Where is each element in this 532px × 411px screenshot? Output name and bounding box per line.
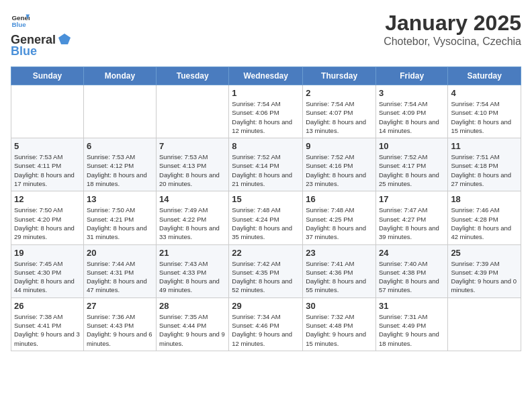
calendar-subtitle: Chotebor, Vysocina, Czechia	[384, 36, 521, 48]
day-info: Sunrise: 7:35 AM Sunset: 4:44 PM Dayligh…	[159, 312, 226, 348]
calendar-cell: 7Sunrise: 7:53 AM Sunset: 4:13 PM Daylig…	[157, 138, 229, 191]
calendar-cell: 11Sunrise: 7:51 AM Sunset: 4:18 PM Dayli…	[448, 138, 521, 191]
day-number: 22	[232, 248, 300, 258]
day-info: Sunrise: 7:54 AM Sunset: 4:06 PM Dayligh…	[232, 99, 300, 135]
calendar-cell	[11, 85, 84, 138]
calendar-week-row: 26Sunrise: 7:38 AM Sunset: 4:41 PM Dayli…	[11, 298, 521, 351]
day-number: 2	[306, 88, 373, 98]
day-info: Sunrise: 7:49 AM Sunset: 4:22 PM Dayligh…	[159, 205, 226, 241]
weekday-header-thursday: Thursday	[303, 67, 376, 85]
weekday-header-saturday: Saturday	[448, 67, 521, 85]
logo-flag-icon	[57, 32, 72, 47]
day-number: 28	[159, 301, 226, 311]
calendar-cell: 22Sunrise: 7:42 AM Sunset: 4:35 PM Dayli…	[229, 244, 303, 298]
calendar-cell	[157, 85, 229, 138]
day-number: 24	[379, 248, 445, 258]
calendar-cell: 4Sunrise: 7:54 AM Sunset: 4:10 PM Daylig…	[448, 85, 521, 138]
calendar-cell: 19Sunrise: 7:45 AM Sunset: 4:30 PM Dayli…	[11, 244, 84, 298]
day-info: Sunrise: 7:42 AM Sunset: 4:35 PM Dayligh…	[232, 259, 300, 295]
day-number: 14	[159, 194, 226, 204]
day-info: Sunrise: 7:52 AM Sunset: 4:17 PM Dayligh…	[379, 152, 445, 188]
weekday-header-friday: Friday	[375, 67, 447, 85]
weekday-header-tuesday: Tuesday	[157, 67, 229, 85]
calendar-week-row: 12Sunrise: 7:50 AM Sunset: 4:20 PM Dayli…	[11, 191, 521, 244]
title-block: January 2025 Chotebor, Vysocina, Czechia	[384, 11, 521, 48]
day-info: Sunrise: 7:44 AM Sunset: 4:31 PM Dayligh…	[87, 259, 153, 295]
day-number: 16	[306, 194, 373, 204]
day-info: Sunrise: 7:48 AM Sunset: 4:25 PM Dayligh…	[306, 205, 373, 241]
logo: General Blue General Blue	[11, 11, 72, 58]
weekday-header-sunday: Sunday	[11, 67, 84, 85]
day-info: Sunrise: 7:34 AM Sunset: 4:46 PM Dayligh…	[232, 312, 300, 348]
day-info: Sunrise: 7:50 AM Sunset: 4:20 PM Dayligh…	[14, 205, 81, 241]
svg-text:Blue: Blue	[11, 21, 26, 28]
day-number: 23	[306, 248, 373, 258]
day-number: 29	[232, 301, 300, 311]
day-number: 5	[14, 141, 81, 151]
day-number: 1	[232, 88, 300, 98]
day-number: 20	[87, 248, 153, 258]
day-info: Sunrise: 7:52 AM Sunset: 4:14 PM Dayligh…	[232, 152, 300, 188]
day-info: Sunrise: 7:43 AM Sunset: 4:33 PM Dayligh…	[159, 259, 226, 295]
day-info: Sunrise: 7:53 AM Sunset: 4:12 PM Dayligh…	[87, 152, 153, 188]
calendar-cell: 21Sunrise: 7:43 AM Sunset: 4:33 PM Dayli…	[157, 244, 229, 298]
day-number: 7	[159, 141, 226, 151]
day-number: 30	[306, 301, 373, 311]
day-number: 25	[451, 248, 518, 258]
calendar-cell: 13Sunrise: 7:50 AM Sunset: 4:21 PM Dayli…	[83, 191, 156, 244]
day-info: Sunrise: 7:54 AM Sunset: 4:07 PM Dayligh…	[306, 99, 373, 135]
day-number: 27	[87, 301, 153, 311]
day-number: 4	[451, 88, 518, 98]
calendar-cell: 15Sunrise: 7:48 AM Sunset: 4:24 PM Dayli…	[229, 191, 303, 244]
day-number: 21	[159, 248, 226, 258]
day-number: 18	[451, 194, 518, 204]
calendar-cell: 14Sunrise: 7:49 AM Sunset: 4:22 PM Dayli…	[157, 191, 229, 244]
calendar-cell: 25Sunrise: 7:39 AM Sunset: 4:39 PM Dayli…	[448, 244, 521, 298]
calendar-cell: 3Sunrise: 7:54 AM Sunset: 4:09 PM Daylig…	[375, 85, 447, 138]
calendar-cell: 18Sunrise: 7:46 AM Sunset: 4:28 PM Dayli…	[448, 191, 521, 244]
day-info: Sunrise: 7:41 AM Sunset: 4:36 PM Dayligh…	[306, 259, 373, 295]
calendar-week-row: 19Sunrise: 7:45 AM Sunset: 4:30 PM Dayli…	[11, 244, 521, 298]
calendar-cell: 5Sunrise: 7:53 AM Sunset: 4:11 PM Daylig…	[11, 138, 84, 191]
day-info: Sunrise: 7:40 AM Sunset: 4:38 PM Dayligh…	[379, 259, 445, 295]
svg-marker-3	[58, 34, 71, 44]
calendar-cell: 29Sunrise: 7:34 AM Sunset: 4:46 PM Dayli…	[229, 298, 303, 351]
calendar-cell	[448, 298, 521, 351]
logo-icon: General Blue	[11, 11, 30, 30]
day-number: 6	[87, 141, 153, 151]
day-info: Sunrise: 7:31 AM Sunset: 4:49 PM Dayligh…	[379, 312, 445, 348]
calendar-cell: 12Sunrise: 7:50 AM Sunset: 4:20 PM Dayli…	[11, 191, 84, 244]
day-number: 12	[14, 194, 81, 204]
day-info: Sunrise: 7:39 AM Sunset: 4:39 PM Dayligh…	[451, 259, 518, 295]
day-number: 19	[14, 248, 81, 258]
day-number: 17	[379, 194, 445, 204]
day-number: 11	[451, 141, 518, 151]
calendar-cell: 27Sunrise: 7:36 AM Sunset: 4:43 PM Dayli…	[83, 298, 156, 351]
calendar-cell: 1Sunrise: 7:54 AM Sunset: 4:06 PM Daylig…	[229, 85, 303, 138]
calendar-cell	[83, 85, 156, 138]
day-number: 31	[379, 301, 445, 311]
day-info: Sunrise: 7:53 AM Sunset: 4:11 PM Dayligh…	[14, 152, 81, 188]
calendar-week-row: 1Sunrise: 7:54 AM Sunset: 4:06 PM Daylig…	[11, 85, 521, 138]
calendar-cell: 2Sunrise: 7:54 AM Sunset: 4:07 PM Daylig…	[303, 85, 376, 138]
day-info: Sunrise: 7:50 AM Sunset: 4:21 PM Dayligh…	[87, 205, 153, 241]
page-header: General Blue General Blue January 2025 C…	[11, 11, 521, 58]
calendar-cell: 10Sunrise: 7:52 AM Sunset: 4:17 PM Dayli…	[375, 138, 447, 191]
day-info: Sunrise: 7:46 AM Sunset: 4:28 PM Dayligh…	[451, 205, 518, 241]
calendar-cell: 31Sunrise: 7:31 AM Sunset: 4:49 PM Dayli…	[375, 298, 447, 351]
calendar-cell: 26Sunrise: 7:38 AM Sunset: 4:41 PM Dayli…	[11, 298, 84, 351]
calendar-cell: 20Sunrise: 7:44 AM Sunset: 4:31 PM Dayli…	[83, 244, 156, 298]
day-number: 13	[87, 194, 153, 204]
calendar-cell: 28Sunrise: 7:35 AM Sunset: 4:44 PM Dayli…	[157, 298, 229, 351]
calendar-cell: 17Sunrise: 7:47 AM Sunset: 4:27 PM Dayli…	[375, 191, 447, 244]
day-info: Sunrise: 7:53 AM Sunset: 4:13 PM Dayligh…	[159, 152, 226, 188]
day-info: Sunrise: 7:45 AM Sunset: 4:30 PM Dayligh…	[14, 259, 81, 295]
weekday-header-row: SundayMondayTuesdayWednesdayThursdayFrid…	[11, 67, 521, 85]
day-info: Sunrise: 7:51 AM Sunset: 4:18 PM Dayligh…	[451, 152, 518, 188]
day-info: Sunrise: 7:52 AM Sunset: 4:16 PM Dayligh…	[306, 152, 373, 188]
calendar-cell: 6Sunrise: 7:53 AM Sunset: 4:12 PM Daylig…	[83, 138, 156, 191]
day-info: Sunrise: 7:54 AM Sunset: 4:09 PM Dayligh…	[379, 99, 445, 135]
calendar-cell: 9Sunrise: 7:52 AM Sunset: 4:16 PM Daylig…	[303, 138, 376, 191]
day-info: Sunrise: 7:38 AM Sunset: 4:41 PM Dayligh…	[14, 312, 81, 348]
day-info: Sunrise: 7:32 AM Sunset: 4:48 PM Dayligh…	[306, 312, 373, 348]
